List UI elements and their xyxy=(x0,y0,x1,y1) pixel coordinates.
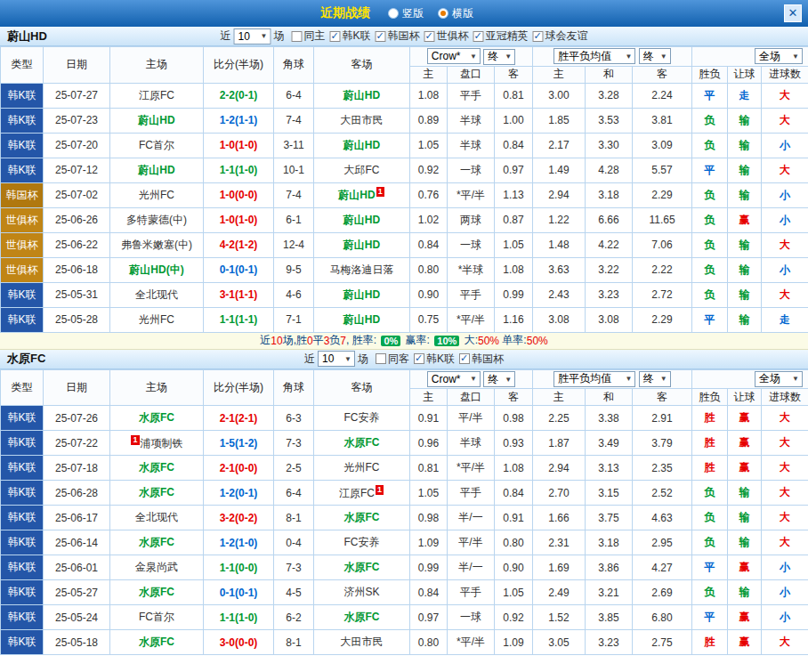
cell-score: 1-1(1-0) xyxy=(204,605,274,630)
cell-score: 0-1(0-1) xyxy=(204,580,274,605)
cell-league: 世俱杯 xyxy=(1,207,44,232)
team-label: 蔚山HD xyxy=(138,114,174,126)
cell-league: 韩K联 xyxy=(1,108,44,133)
cell-avg-away: 6.80 xyxy=(633,605,692,630)
cell-goals-result: 大 xyxy=(762,232,808,257)
cell-odds-away: 0.97 xyxy=(495,158,533,182)
filter-checkbox-韩K联[interactable]: 韩K联 xyxy=(329,28,370,44)
cell-home: 多特蒙德(中) xyxy=(110,207,204,232)
checkbox-unchecked-icon xyxy=(376,353,386,364)
cell-odds-home: 0.91 xyxy=(410,406,448,431)
chevron-down-icon: ▼ xyxy=(505,376,512,384)
odds-time-select[interactable]: 终▼ xyxy=(483,49,515,65)
cell-odds-line: 半球 xyxy=(448,108,495,133)
cell-avg-draw: 4.28 xyxy=(586,158,633,182)
filter-checkbox-韩国杯[interactable]: 韩国杯 xyxy=(376,28,420,44)
cell-goals-result: 小 xyxy=(762,207,808,232)
radio-horizontal-layout[interactable]: 横版 xyxy=(438,6,473,21)
team-section: 蔚山HD 近 10▼ 场 同主韩K联韩国杯世俱杯亚冠精英球会友谊 类型 日期 主… xyxy=(0,27,808,350)
team-label: 蔚山HD xyxy=(138,164,174,176)
team-label: 蔚山HD xyxy=(343,239,380,251)
col-avg-away: 客 xyxy=(633,389,692,406)
cell-away: 蔚山HD xyxy=(314,282,410,307)
radio-icon xyxy=(388,8,399,19)
cell-avg-home: 1.49 xyxy=(533,158,586,182)
filter-checkbox-同客[interactable]: 同客 xyxy=(376,352,409,367)
team-label: 江原FC xyxy=(339,487,375,499)
team-name: 蔚山HD xyxy=(7,28,47,45)
match-count-select[interactable]: 10▼ xyxy=(318,351,355,367)
filter-near-label: 近 xyxy=(220,28,230,44)
match-row: 韩K联 25-07-27 江原FC 2-2(0-1) 6-4 蔚山HD 1.08… xyxy=(1,83,808,108)
col-avg-draw: 和 xyxy=(586,389,633,406)
cell-odds-away: 1.00 xyxy=(495,108,533,133)
cell-odds-line: 一球 xyxy=(448,232,495,257)
cell-handicap-result: 走 xyxy=(728,83,762,108)
cell-avg-away: 2.91 xyxy=(633,406,692,431)
cell-odds-line: *平/半 xyxy=(448,307,495,332)
checkbox-label: 韩国杯 xyxy=(388,28,420,44)
cell-home: FC首尔 xyxy=(110,133,204,158)
cell-avg-away: 3.81 xyxy=(633,108,692,133)
avg-time-select[interactable]: 终▼ xyxy=(639,48,671,64)
match-count-value: 10 xyxy=(238,30,249,43)
cell-result: 平 xyxy=(692,83,728,108)
scope-select[interactable]: 全场▼ xyxy=(755,48,803,64)
scope-select[interactable]: 全场▼ xyxy=(755,371,803,387)
cell-avg-home: 1.66 xyxy=(533,506,586,530)
match-row: 韩K联 25-06-17 全北现代 3-2(0-2) 8-1 水原FC 0.98… xyxy=(1,506,808,530)
cell-goals-result: 大 xyxy=(762,83,808,108)
odds-time-select[interactable]: 终▼ xyxy=(483,371,515,387)
cell-home: 全北现代 xyxy=(110,506,204,530)
filter-checkbox-同主[interactable]: 同主 xyxy=(291,28,325,44)
cell-result: 负 xyxy=(692,506,728,530)
cell-date: 25-05-27 xyxy=(44,580,110,605)
team-name: 水原FC xyxy=(7,351,45,367)
cell-odds-away: 0.84 xyxy=(495,133,533,158)
cell-away: 马梅洛迪日落 xyxy=(314,257,410,282)
close-icon[interactable]: ✕ xyxy=(784,4,802,22)
match-row: 韩K联 25-06-01 金泉尚武 1-1(0-0) 7-3 水原FC 0.99… xyxy=(1,555,808,580)
cell-odds-home: 0.84 xyxy=(410,580,448,605)
odds-source-select[interactable]: Crow*▼ xyxy=(427,48,481,64)
cell-goals-result: 小 xyxy=(762,182,808,207)
match-row: 韩K联 25-07-12 蔚山HD 1-1(1-0) 10-1 大邱FC 0.9… xyxy=(1,158,808,182)
cell-avg-home: 2.43 xyxy=(533,282,586,307)
cell-away: 水原FC xyxy=(314,605,410,630)
cell-league: 韩K联 xyxy=(1,506,44,530)
cell-away: 水原FC xyxy=(314,431,410,456)
radio-vertical-label: 竖版 xyxy=(402,6,424,21)
filter-checkbox-韩K联[interactable]: 韩K联 xyxy=(414,352,455,367)
cell-result: 负 xyxy=(692,133,728,158)
odds-time-value: 终 xyxy=(488,49,498,64)
avg-select[interactable]: 胜平负均值▼ xyxy=(553,48,635,64)
odds-source-select[interactable]: Crow*▼ xyxy=(427,371,481,387)
cell-goals-result: 大 xyxy=(762,481,808,506)
cell-goals-result: 大 xyxy=(762,456,808,481)
cell-score: 1-2(1-1) xyxy=(204,108,274,133)
cell-league: 韩K联 xyxy=(1,580,44,605)
cell-odds-away: 0.93 xyxy=(495,431,533,456)
radio-vertical-layout[interactable]: 竖版 xyxy=(388,6,424,21)
cell-league: 韩K联 xyxy=(1,530,44,555)
odds-time-value: 终 xyxy=(488,372,498,387)
team-section: 水原FC 近 10▼ 场 同客韩K联韩国杯 类型 日期 主场 比分(半场) xyxy=(0,350,808,656)
cell-handicap-result: 输 xyxy=(728,580,762,605)
avg-time-select[interactable]: 终▼ xyxy=(639,371,671,387)
filter-checkbox-亚冠精英[interactable]: 亚冠精英 xyxy=(473,28,529,44)
filter-checkbox-韩国杯[interactable]: 韩国杯 xyxy=(459,352,504,367)
checkbox-checked-icon xyxy=(376,31,386,42)
checkbox-checked-icon xyxy=(473,31,484,42)
cell-odds-line: 平手 xyxy=(448,83,495,108)
avg-select[interactable]: 胜平负均值▼ xyxy=(553,371,635,387)
col-result: 胜负 xyxy=(692,389,728,406)
filter-checkbox-世俱杯[interactable]: 世俱杯 xyxy=(424,28,469,44)
cell-corner: 7-3 xyxy=(274,555,314,580)
summary-text: 平 xyxy=(313,333,324,348)
filter-checkbox-球会友谊[interactable]: 球会友谊 xyxy=(533,28,588,44)
match-count-select[interactable]: 10▼ xyxy=(233,28,271,45)
cell-avg-home: 1.22 xyxy=(533,207,586,232)
odds-group-header: Crow*▼ 终▼ xyxy=(410,369,533,389)
cell-goals-result: 大 xyxy=(762,506,808,530)
cell-date: 25-06-22 xyxy=(44,232,110,257)
